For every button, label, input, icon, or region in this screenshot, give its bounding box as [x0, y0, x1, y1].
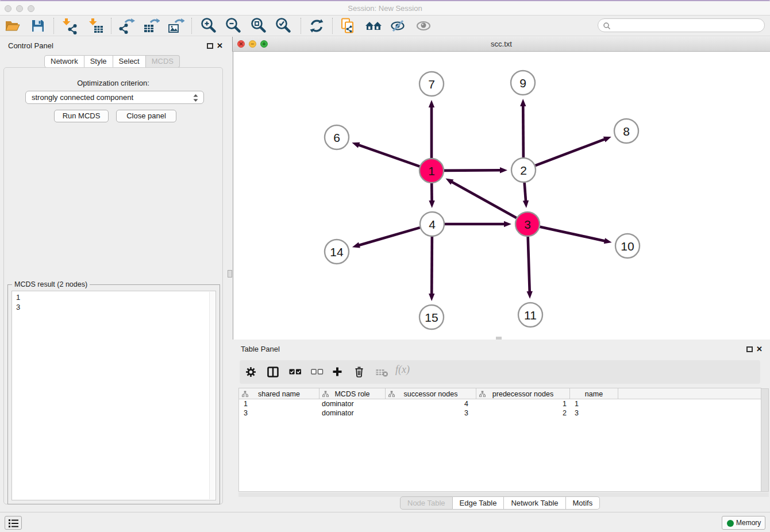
svg-text:11: 11	[524, 309, 537, 322]
network-canvas[interactable]: 7968124314101511	[233, 52, 770, 340]
graph-edge-3-10[interactable]	[540, 227, 611, 244]
table-cell[interactable]: dominator	[319, 408, 386, 418]
mcds-result-item[interactable]: 3	[16, 302, 215, 312]
graph-edge-1-7[interactable]	[429, 100, 434, 158]
window-titlebar[interactable]: Session: New Session	[0, 1, 770, 16]
column-header-shared-name[interactable]: shared name	[239, 388, 319, 399]
show-column-icon[interactable]	[267, 367, 279, 377]
table-panel-close-button[interactable]: ✕	[756, 345, 763, 353]
zoom-out-icon[interactable]	[225, 17, 242, 34]
zoom-fit-icon[interactable]	[250, 17, 267, 34]
control-panel-close-button[interactable]: ✕	[217, 41, 223, 50]
tab-style[interactable]: Style	[84, 55, 113, 68]
column-header-successor-nodes[interactable]: successor nodes	[386, 388, 476, 399]
mcds-result-item[interactable]: 1	[16, 292, 215, 302]
import-network-icon[interactable]	[60, 17, 78, 34]
control-panel-title: Control Panel	[8, 41, 53, 50]
graph-node-3[interactable]: 3	[515, 212, 540, 236]
zoom-in-icon[interactable]	[200, 17, 217, 34]
graph-edge-4-15[interactable]	[429, 237, 434, 301]
column-header-predecessor-nodes[interactable]: predecessor nodes	[476, 388, 570, 399]
run-mcds-button[interactable]: Run MCDS	[54, 110, 109, 122]
table-cell[interactable]: 1	[570, 399, 618, 408]
export-network-icon[interactable]	[118, 17, 135, 34]
table-settings-gear-icon[interactable]	[245, 367, 256, 377]
function-builder-icon[interactable]: f(x)	[395, 364, 410, 376]
table-panel-title: Table Panel	[241, 345, 280, 353]
tab-network[interactable]: Network	[44, 55, 84, 68]
splitter-grip[interactable]	[228, 270, 232, 277]
graph-node-11[interactable]: 11	[518, 303, 542, 327]
graph-node-2[interactable]: 2	[511, 158, 536, 182]
graph-edge-2-8[interactable]	[536, 137, 611, 165]
network-graph[interactable]: 7968124314101511	[233, 52, 770, 340]
control-panel-float-button[interactable]	[207, 43, 213, 49]
table-panel-float-button[interactable]	[746, 346, 753, 352]
delete-column-icon[interactable]	[354, 367, 364, 377]
first-neighbors-icon[interactable]	[365, 17, 382, 34]
mcds-result-scrollbar[interactable]	[209, 292, 215, 499]
graph-node-15[interactable]: 15	[419, 305, 444, 329]
graph-node-4[interactable]: 4	[420, 212, 444, 236]
tab-node-table[interactable]: Node Table	[400, 496, 453, 510]
graph-edge-4-3[interactable]	[445, 221, 511, 227]
table-cell[interactable]: 3	[570, 408, 618, 418]
graph-edge-2-9[interactable]	[520, 99, 526, 157]
graph-edge-3-1[interactable]	[445, 179, 516, 218]
tab-mcds[interactable]: MCDS	[146, 55, 180, 68]
table-scrollbar[interactable]	[761, 388, 769, 492]
deselect-all-icon[interactable]	[311, 367, 324, 377]
search-field[interactable]	[598, 18, 765, 32]
table-cell[interactable]: 4	[386, 399, 476, 408]
table-row[interactable]: 1dominator411	[239, 399, 761, 408]
graph-node-6[interactable]: 6	[325, 125, 349, 149]
export-table-icon[interactable]	[143, 17, 160, 34]
open-session-icon[interactable]	[4, 17, 21, 34]
canvas-resize-grip[interactable]	[496, 337, 502, 340]
select-all-icon[interactable]	[289, 367, 302, 377]
graph-edge-1-6[interactable]	[352, 142, 419, 167]
delete-table-icon[interactable]	[376, 369, 388, 377]
table-row[interactable]: 3dominator323	[239, 408, 761, 418]
create-column-icon[interactable]	[332, 367, 342, 377]
graph-node-9[interactable]: 9	[511, 71, 535, 95]
column-header-mcds-role[interactable]: MCDS role	[319, 388, 386, 399]
table-cell[interactable]: dominator	[319, 399, 386, 408]
export-image-icon[interactable]	[167, 17, 184, 34]
graph-node-1[interactable]: 1	[419, 159, 444, 183]
graph-node-8[interactable]: 8	[614, 119, 638, 143]
import-table-icon[interactable]	[87, 17, 104, 34]
hide-selected-icon[interactable]	[389, 17, 406, 34]
graph-edge-1-2[interactable]	[444, 167, 507, 173]
graph-edge-2-3[interactable]	[523, 183, 529, 208]
network-window-titlebar[interactable]: ✕ − + scc.txt	[232, 37, 770, 52]
graph-node-14[interactable]: 14	[325, 240, 349, 264]
column-header-name[interactable]: name	[570, 388, 618, 399]
refresh-icon[interactable]	[308, 17, 325, 34]
tab-motifs[interactable]: Motifs	[566, 496, 600, 510]
table-cell[interactable]: 2	[476, 408, 570, 418]
zoom-selected-icon[interactable]	[275, 17, 292, 34]
new-network-from-selection-icon[interactable]	[340, 17, 357, 34]
table-cell[interactable]: 1	[476, 399, 570, 408]
tab-select[interactable]: Select	[113, 55, 146, 68]
tab-edge-table[interactable]: Edge Table	[453, 496, 505, 510]
graph-node-7[interactable]: 7	[419, 72, 444, 96]
graph-edge-1-4[interactable]	[429, 183, 434, 208]
save-session-icon[interactable]	[29, 17, 47, 34]
table-cell[interactable]: 1	[239, 399, 319, 408]
optimization-criterion-select[interactable]: strongly connected component	[25, 91, 204, 104]
show-all-icon[interactable]	[415, 17, 432, 34]
svg-text:4: 4	[429, 218, 436, 231]
task-history-button[interactable]	[5, 516, 22, 530]
memory-button[interactable]: Memory	[722, 516, 765, 530]
table-cell[interactable]: 3	[239, 408, 319, 418]
graph-edge-4-14[interactable]	[352, 228, 420, 248]
close-panel-button[interactable]: Close panel	[116, 110, 176, 122]
mcds-result-list[interactable]: 1 3	[11, 291, 216, 500]
control-panel-tabs: Network Style Select MCDS	[44, 55, 180, 68]
graph-node-10[interactable]: 10	[615, 234, 640, 258]
tab-network-table[interactable]: Network Table	[504, 496, 565, 510]
table-cell[interactable]: 3	[386, 408, 476, 418]
graph-edge-3-11[interactable]	[527, 237, 533, 299]
